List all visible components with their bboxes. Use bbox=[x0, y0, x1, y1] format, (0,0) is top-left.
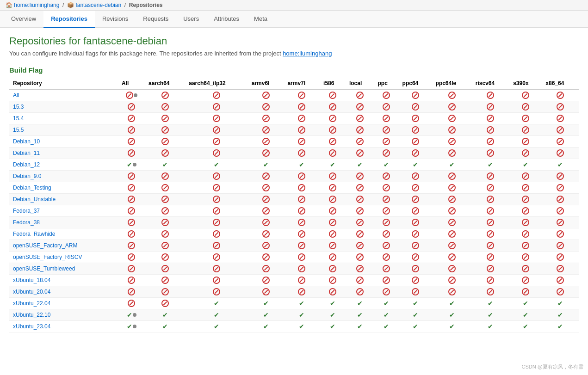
arch-cell: ✔ bbox=[542, 298, 579, 309]
arch-cell bbox=[472, 148, 509, 159]
blocked-icon bbox=[383, 230, 390, 237]
table-row: xUbuntu_20.04 bbox=[9, 286, 579, 298]
check-icon: ✔ bbox=[413, 300, 418, 307]
arch-cell bbox=[346, 194, 374, 205]
blocked-icon bbox=[356, 149, 364, 156]
arch-cell: ✔ bbox=[542, 309, 579, 321]
all-cell bbox=[118, 217, 145, 228]
blocked-icon bbox=[448, 277, 456, 283]
nav-tab-repositories[interactable]: Repositories bbox=[43, 11, 95, 28]
repo-name[interactable]: Fedora_38 bbox=[9, 217, 118, 228]
arch-cell bbox=[399, 252, 432, 263]
blocked-icon bbox=[557, 184, 564, 191]
repo-name[interactable]: xUbuntu_22.04 bbox=[9, 298, 118, 309]
blocked-icon bbox=[383, 138, 390, 144]
blocked-icon bbox=[213, 172, 220, 179]
repo-name[interactable]: Debian_11 bbox=[9, 148, 118, 159]
blocked-icon bbox=[128, 149, 135, 156]
repo-name[interactable]: Debian_12 bbox=[9, 159, 118, 171]
breadcrumb-project[interactable]: fantascene-debian bbox=[75, 2, 121, 8]
nav-tab-requests[interactable]: Requests bbox=[136, 11, 176, 28]
blocked-icon bbox=[448, 253, 456, 260]
repo-name[interactable]: Debian_Unstable bbox=[9, 194, 118, 205]
blocked-icon bbox=[356, 288, 364, 295]
arch-cell bbox=[374, 252, 399, 263]
arch-cell bbox=[185, 182, 248, 194]
nav-tab-users[interactable]: Users bbox=[176, 11, 206, 28]
nav-tab-attributes[interactable]: Attributes bbox=[206, 11, 247, 28]
nav-tab-overview[interactable]: Overview bbox=[4, 11, 43, 28]
arch-cell bbox=[542, 240, 579, 252]
blocked-icon bbox=[128, 103, 135, 110]
desc-link[interactable]: home:liuminghang bbox=[283, 50, 332, 57]
blocked-icon bbox=[329, 115, 336, 121]
arch-cell bbox=[432, 205, 472, 217]
arch-cell bbox=[374, 148, 399, 159]
nav-tab-meta[interactable]: Meta bbox=[247, 11, 275, 28]
repo-name[interactable]: openSUSE_Tumbleweed bbox=[9, 263, 118, 275]
blocked-icon bbox=[557, 277, 564, 283]
blocked-icon bbox=[487, 115, 494, 121]
repo-name[interactable]: xUbuntu_18.04 bbox=[9, 275, 118, 286]
repo-name[interactable]: xUbuntu_20.04 bbox=[9, 286, 118, 298]
repo-name[interactable]: xUbuntu_23.04 bbox=[9, 321, 118, 332]
repo-name[interactable]: openSUSE_Factory_ARM bbox=[9, 240, 118, 252]
arch-cell bbox=[185, 205, 248, 217]
arch-cell bbox=[509, 194, 542, 205]
blocked-icon bbox=[262, 126, 270, 133]
repo-name[interactable]: Debian_9.0 bbox=[9, 171, 118, 182]
check-icon: ✔ bbox=[523, 311, 528, 319]
arch-cell bbox=[320, 89, 346, 101]
repo-name[interactable]: All bbox=[9, 89, 118, 101]
arch-cell: ✔ bbox=[472, 159, 509, 171]
arch-cell bbox=[374, 113, 399, 124]
repo-name[interactable]: 15.4 bbox=[9, 113, 118, 124]
repo-name[interactable]: 15.5 bbox=[9, 124, 118, 136]
arch-cell bbox=[374, 275, 399, 286]
repo-name[interactable]: 15.3 bbox=[9, 101, 118, 113]
blocked-icon bbox=[262, 207, 270, 214]
blocked-icon bbox=[329, 103, 336, 110]
arch-cell bbox=[185, 217, 248, 228]
repo-name[interactable]: xUbuntu_22.10 bbox=[9, 309, 118, 321]
arch-cell bbox=[399, 228, 432, 240]
blocked-icon bbox=[487, 138, 494, 144]
page-desc: You can configure individual flags for t… bbox=[9, 50, 579, 57]
repo-name[interactable]: openSUSE_Factory_RISCV bbox=[9, 252, 118, 263]
all-cell bbox=[118, 286, 145, 298]
arch-cell bbox=[472, 228, 509, 240]
blocked-icon bbox=[383, 196, 390, 202]
arch-cell bbox=[248, 263, 284, 275]
blocked-icon bbox=[161, 138, 169, 144]
blocked-icon bbox=[128, 230, 135, 237]
blocked-icon bbox=[448, 207, 456, 214]
repo-name[interactable]: Fedora_Rawhide bbox=[9, 228, 118, 240]
blocked-icon bbox=[448, 149, 456, 156]
nav-tab-revisions[interactable]: Revisions bbox=[95, 11, 136, 28]
blocked-icon bbox=[383, 115, 390, 121]
breadcrumb-home[interactable]: home:liuminghang bbox=[14, 2, 59, 8]
blocked-icon bbox=[557, 230, 564, 237]
arch-cell bbox=[145, 275, 185, 286]
blocked-icon bbox=[448, 288, 456, 295]
check-icon: ✔ bbox=[330, 311, 335, 319]
arch-cell bbox=[284, 136, 320, 148]
blocked-icon bbox=[128, 219, 135, 225]
repo-name[interactable]: Fedora_37 bbox=[9, 205, 118, 217]
repo-name[interactable]: Debian_10 bbox=[9, 136, 118, 148]
arch-cell bbox=[472, 194, 509, 205]
arch-cell bbox=[432, 194, 472, 205]
table-row: Fedora_37 bbox=[9, 205, 579, 217]
arch-cell bbox=[320, 228, 346, 240]
arch-cell: ✔ bbox=[346, 309, 374, 321]
arch-cell: ✔ bbox=[374, 309, 399, 321]
blocked-icon bbox=[557, 103, 564, 110]
blocked-icon bbox=[557, 115, 564, 121]
breadcrumb-current: Repositories bbox=[129, 2, 163, 8]
breadcrumb-icon: 🏠 bbox=[6, 2, 12, 8]
arch-cell bbox=[185, 171, 248, 182]
arch-cell bbox=[472, 205, 509, 217]
arch-cell bbox=[284, 89, 320, 101]
arch-cell bbox=[509, 228, 542, 240]
repo-name[interactable]: Debian_Testing bbox=[9, 182, 118, 194]
